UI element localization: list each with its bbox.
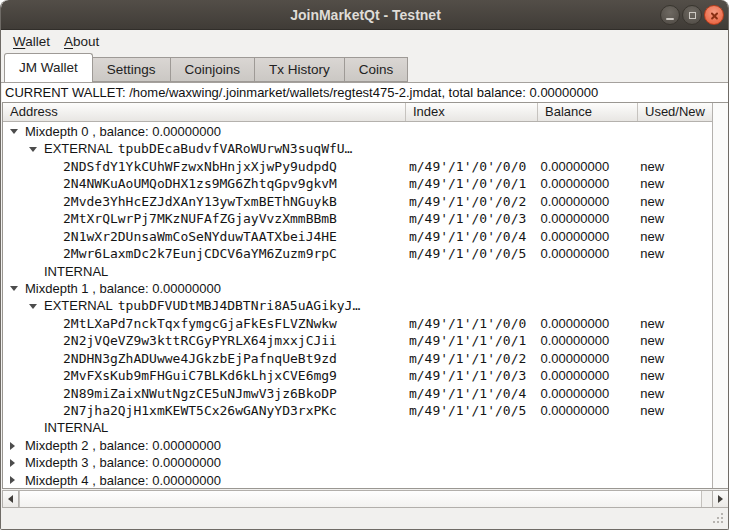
index-cell: m/49'/1'/1'/0/4 <box>405 385 537 402</box>
used-new-cell: new <box>636 367 712 384</box>
column-header-balance[interactable]: Balance <box>538 103 638 121</box>
scroll-left-button[interactable] <box>3 491 19 507</box>
column-header-index[interactable]: Index <box>406 103 538 121</box>
expand-icon[interactable] <box>7 454 25 471</box>
tree-row[interactable]: 2Mvde3YhHcEZJdXAnY13ywTxmBEThNGuykBm/49'… <box>3 193 712 210</box>
used-new-cell: new <box>636 315 712 332</box>
tree-row[interactable]: 2NDHN3gZhADUwwe4JGkzbEjPafnqUeBt9zdm/49'… <box>3 350 712 367</box>
menubar: WalletAbout <box>1 30 728 53</box>
balance-cell: 0.00000000 <box>537 193 637 210</box>
used-new-cell: new <box>636 332 712 349</box>
used-new-cell <box>636 454 712 471</box>
vertical-scrollbar[interactable] <box>712 103 728 488</box>
maximize-button[interactable] <box>682 5 702 25</box>
column-header-used-new[interactable]: Used/New <box>638 103 712 121</box>
xpub-label: tpubDEcaBudvfVARoWUrwN3suqWfU… <box>118 140 353 157</box>
index-cell: m/49'/1'/0'/0/0 <box>405 158 537 175</box>
horizontal-scrollbar[interactable] <box>2 490 729 508</box>
balance-cell <box>537 297 637 314</box>
collapse-icon[interactable] <box>7 280 25 297</box>
used-new-cell: new <box>636 193 712 210</box>
address-label: 2N2jVQeVZ9w3kttRCGyPYRLX64jmxxjCJii <box>63 332 337 349</box>
balance-cell: 0.00000000 <box>537 332 637 349</box>
used-new-cell: new <box>636 158 712 175</box>
scroll-right-button[interactable] <box>712 491 728 507</box>
index-cell: m/49'/1'/1'/0/0 <box>405 315 537 332</box>
app-window: JoinMarketQt - Testnet WalletAbout JM Wa… <box>0 0 729 530</box>
window-title: JoinMarketQt - Testnet <box>1 0 729 30</box>
expand-icon[interactable] <box>7 437 25 454</box>
index-cell <box>405 419 537 436</box>
tree-item-label: Mixdepth 2 , balance: 0.00000000 <box>25 437 221 454</box>
tree-item-label: INTERNAL <box>44 419 108 436</box>
tree-row[interactable]: 2N2jVQeVZ9w3kttRCGyPYRLX64jmxxjCJiim/49'… <box>3 332 712 349</box>
tree-row[interactable]: Mixdepth 1 , balance: 0.00000000 <box>3 280 712 297</box>
tree-row[interactable]: Mixdepth 3 , balance: 0.00000000 <box>3 454 712 471</box>
collapse-icon[interactable] <box>26 297 44 314</box>
balance-cell: 0.00000000 <box>537 175 637 192</box>
address-cell: 2MtXrQLwrPj7MKzNUFAfZGjayVvzXmmBBmB <box>3 210 405 227</box>
tree-row[interactable]: EXTERNALtpubDEcaBudvfVARoWUrwN3suqWfU… <box>3 140 712 157</box>
menu-item-about[interactable]: About <box>57 32 106 51</box>
used-new-cell <box>636 263 712 280</box>
tree-row[interactable]: 2N89miZaixNWutNgzCE5uNJmwV3jz6BkoDPm/49'… <box>3 385 712 402</box>
tree-row[interactable]: 2MtXrQLwrPj7MKzNUFAfZGjayVvzXmmBBmBm/49'… <box>3 210 712 227</box>
tab-tx-history[interactable]: Tx History <box>254 57 345 82</box>
used-new-cell <box>636 123 712 140</box>
close-button[interactable] <box>704 5 724 25</box>
address-cell: Mixdepth 3 , balance: 0.00000000 <box>3 454 405 471</box>
horizontal-scroll-thumb[interactable] <box>19 491 702 507</box>
address-label: 2NDHN3gZhADUwwe4JGkzbEjPafnqUeBt9zd <box>63 350 337 367</box>
tree-row[interactable]: 2Mwr6LaxmDc2k7EunjCDCV6aYM6Zuzm9rpCm/49'… <box>3 245 712 262</box>
tree-row[interactable]: 2N1wXr2DUnsaWmCoSeNYduwTAATXbeiJ4HEm/49'… <box>3 228 712 245</box>
address-cell: 2MtLXaPd7nckTqxfymgcGjaFkEsFLVZNwkw <box>3 315 405 332</box>
tree-row[interactable]: EXTERNALtpubDFVUDtMBJ4DBTNri8A5uAGikyJ… <box>3 297 712 314</box>
tree-row[interactable]: Mixdepth 0 , balance: 0.00000000 <box>3 123 712 140</box>
tree-row[interactable]: INTERNAL <box>3 263 712 280</box>
maximize-icon <box>689 12 696 19</box>
tree-item-label: Mixdepth 3 , balance: 0.00000000 <box>25 454 221 471</box>
used-new-cell: new <box>636 385 712 402</box>
balance-cell <box>537 419 637 436</box>
tab-bar: JM WalletSettingsCoinjoinsTx HistoryCoin… <box>1 53 728 82</box>
collapse-icon[interactable] <box>7 123 25 140</box>
used-new-cell: new <box>636 228 712 245</box>
tree-item-label: EXTERNAL <box>44 297 113 314</box>
address-label: 2N89miZaixNWutNgzCE5uNJmwV3jz6BkoDP <box>63 385 337 402</box>
expand-icon[interactable] <box>7 472 25 488</box>
tree-row[interactable]: Mixdepth 2 , balance: 0.00000000 <box>3 437 712 454</box>
minimize-button[interactable] <box>660 5 680 25</box>
menu-item-wallet[interactable]: Wallet <box>6 32 57 51</box>
index-cell: m/49'/1'/0'/0/5 <box>405 245 537 262</box>
status-bar <box>1 509 728 530</box>
tree-rows: Mixdepth 0 , balance: 0.00000000EXTERNAL… <box>3 123 712 488</box>
tree-item-label: INTERNAL <box>44 263 108 280</box>
tab-coins[interactable]: Coins <box>344 57 409 82</box>
tree-row[interactable]: INTERNAL <box>3 419 712 436</box>
address-cell: 2N89miZaixNWutNgzCE5uNJmwV3jz6BkoDP <box>3 385 405 402</box>
indent-spacer <box>45 367 63 384</box>
index-cell: m/49'/1'/0'/0/1 <box>405 175 537 192</box>
address-cell: INTERNAL <box>3 419 405 436</box>
tree-row[interactable]: 2N7jha2QjH1xmKEWT5Cx26wGANyYD3rxPKcm/49'… <box>3 402 712 419</box>
address-cell: 2NDHN3gZhADUwwe4JGkzbEjPafnqUeBt9zd <box>3 350 405 367</box>
resize-grip[interactable] <box>711 513 723 525</box>
index-cell: m/49'/1'/0'/0/4 <box>405 228 537 245</box>
tree-row[interactable]: 2MtLXaPd7nckTqxfymgcGjaFkEsFLVZNwkwm/49'… <box>3 315 712 332</box>
address-cell: Mixdepth 1 , balance: 0.00000000 <box>3 280 405 297</box>
tree-item-label: EXTERNAL <box>44 140 113 157</box>
balance-cell: 0.00000000 <box>537 245 637 262</box>
balance-cell: 0.00000000 <box>537 228 637 245</box>
tree-row[interactable]: 2N4NWKuAoUMQoDHX1zs9MG6ZhtqGpv9gkvMm/49'… <box>3 175 712 192</box>
tree-row[interactable]: Mixdepth 4 , balance: 0.00000000 <box>3 472 712 488</box>
index-cell <box>405 437 537 454</box>
collapse-icon[interactable] <box>26 140 44 157</box>
column-header-address[interactable]: Address <box>3 103 406 121</box>
address-cell: EXTERNALtpubDEcaBudvfVARoWUrwN3suqWfU… <box>3 140 405 157</box>
tab-coinjoins[interactable]: Coinjoins <box>170 57 256 82</box>
indent-spacer <box>45 385 63 402</box>
tab-settings[interactable]: Settings <box>92 57 171 82</box>
tab-jm-wallet[interactable]: JM Wallet <box>4 53 93 82</box>
tree-row[interactable]: 2MvFXsKub9mFHGuiC7BLKd6kLhjxCVE6mg9m/49'… <box>3 367 712 384</box>
tree-row[interactable]: 2NDSfdY1YkCUhWFzwxNbHnjxXjwPy9udpdQm/49'… <box>3 158 712 175</box>
